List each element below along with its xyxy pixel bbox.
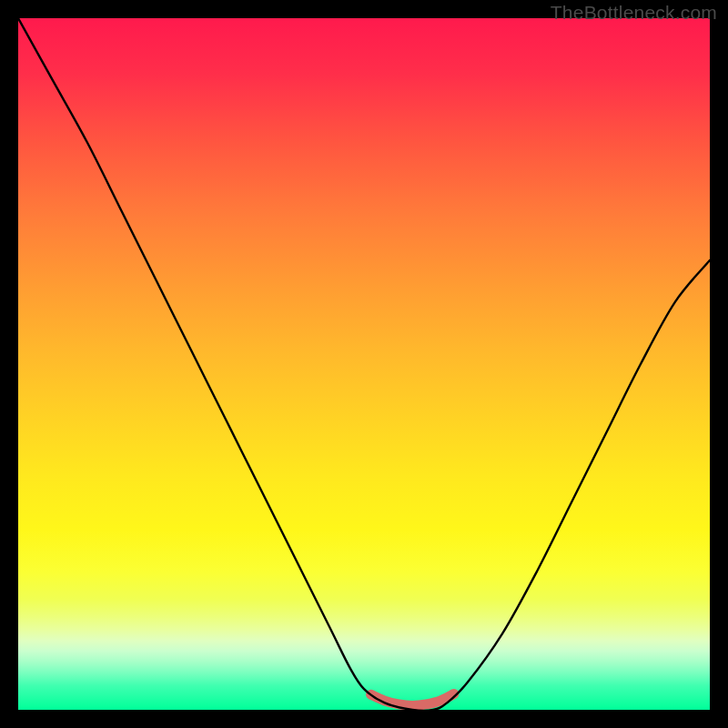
- watermark-label: TheBottleneck.com: [551, 2, 717, 24]
- bottom-band-series: [371, 694, 454, 706]
- bottom-band-path: [371, 694, 454, 706]
- chart-svg: [18, 18, 710, 710]
- chart-frame: TheBottleneck.com: [0, 0, 728, 728]
- curve-series: [18, 18, 710, 710]
- plot-area: [18, 18, 710, 710]
- bottleneck-curve-path: [18, 18, 710, 710]
